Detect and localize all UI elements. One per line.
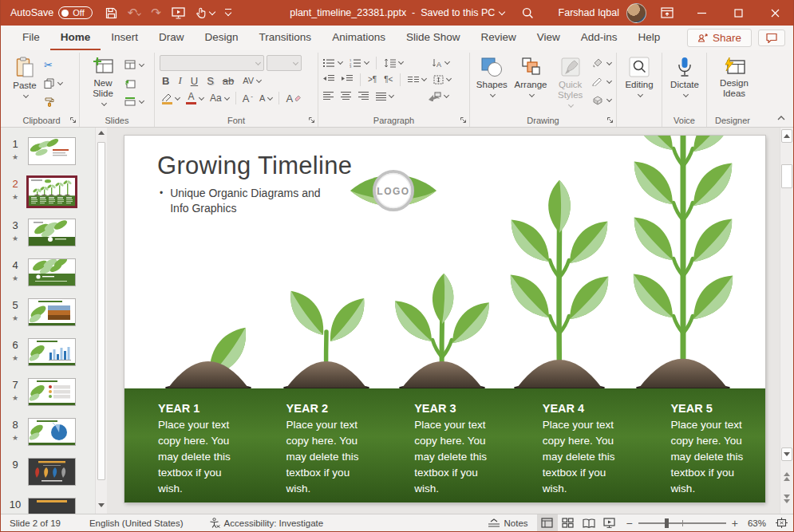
shape-outline-button[interactable] <box>591 74 611 89</box>
tab-slide-show[interactable]: Slide Show <box>396 26 471 51</box>
tab-file[interactable]: File <box>12 26 50 51</box>
start-presentation-icon[interactable] <box>172 7 185 19</box>
next-slide-button[interactable] <box>781 492 792 506</box>
zoom-out-button[interactable]: − <box>626 518 633 529</box>
touch-mode-icon[interactable] <box>196 7 215 19</box>
undo-icon[interactable]: ↶ <box>128 6 141 20</box>
strikethrough-button[interactable]: ab <box>223 75 234 87</box>
view-normal-button[interactable] <box>537 514 558 531</box>
scroll-down-button[interactable] <box>781 447 792 461</box>
change-case-button[interactable]: Aa <box>210 93 229 104</box>
clear-formatting-button[interactable]: A <box>286 93 301 104</box>
slide-thumbnail-2[interactable]: 2★ <box>6 177 107 207</box>
slide-thumbnail-7[interactable]: 7★ <box>6 378 107 406</box>
fit-to-window-button[interactable] <box>769 514 793 531</box>
search-icon[interactable] <box>512 0 544 26</box>
scroll-up-icon[interactable] <box>98 131 105 135</box>
line-spacing-button[interactable] <box>384 58 403 68</box>
tab-help[interactable]: Help <box>628 26 671 51</box>
character-spacing-button[interactable]: AV <box>243 76 261 85</box>
paste-button[interactable]: Paste <box>9 54 41 114</box>
view-reading-button[interactable] <box>579 514 599 531</box>
thumbnail-image-growing-timeline[interactable] <box>26 175 77 208</box>
stage-3[interactable]: YEAR 3Place your text copy here. You may… <box>381 388 509 502</box>
share-button[interactable]: Share <box>687 29 752 47</box>
columns-button[interactable] <box>408 76 426 84</box>
quick-styles-button[interactable]: Quick Styles <box>552 54 588 114</box>
view-slide-sorter-button[interactable] <box>558 514 579 531</box>
thumbnail-image-leaves-title[interactable] <box>28 137 76 165</box>
align-center-button[interactable] <box>341 92 351 101</box>
tab-transitions[interactable]: Transitions <box>249 26 322 51</box>
text-shadow-button[interactable]: S <box>207 75 214 87</box>
thumbnail-image-leaf-photo[interactable] <box>28 298 76 326</box>
comments-button[interactable] <box>758 30 785 46</box>
tab-view[interactable]: View <box>527 26 571 51</box>
thumbnail-image-bar-chart[interactable] <box>28 338 76 366</box>
autosave-toggle[interactable]: AutoSave Off <box>10 6 93 19</box>
increase-indent-button[interactable] <box>342 74 353 85</box>
slide-layout-button[interactable] <box>124 57 144 72</box>
slide-thumbnail-6[interactable]: 6★ <box>6 338 107 366</box>
bold-button[interactable]: B <box>162 75 169 87</box>
font-color-button[interactable]: A <box>186 92 203 104</box>
close-button[interactable] <box>756 0 793 26</box>
grow-font-button[interactable]: Aˆ <box>243 93 253 104</box>
vertical-scrollbar[interactable] <box>780 128 793 514</box>
tab-design[interactable]: Design <box>195 26 249 51</box>
stage-5[interactable]: YEAR 5Place your text copy here. You may… <box>637 388 765 502</box>
font-size-combobox[interactable] <box>267 55 302 71</box>
maximize-button[interactable] <box>720 0 756 26</box>
notes-toggle[interactable]: Notes <box>479 514 537 531</box>
slide-thumbnail-4[interactable]: 4★ <box>6 258 107 286</box>
text-direction-button[interactable]: A <box>431 58 449 68</box>
scroll-down-icon[interactable] <box>98 503 105 507</box>
ltr-direction-button[interactable]: >¶ <box>368 75 377 84</box>
new-slide-button[interactable]: New Slide <box>85 54 121 114</box>
font-dialog-launcher-icon[interactable] <box>308 116 315 125</box>
thumbnail-image-dark-leaves[interactable] <box>28 458 76 486</box>
panel-scrollbar[interactable] <box>95 128 107 514</box>
collapse-ribbon-icon[interactable] <box>777 112 785 122</box>
font-name-combobox[interactable] <box>160 55 264 71</box>
save-icon[interactable] <box>105 7 117 19</box>
saved-status[interactable]: Saved to this PC <box>421 7 495 18</box>
thumbnail-image-pie-chart[interactable] <box>28 418 76 446</box>
slide-thumbnail-9[interactable]: 9 <box>6 458 107 486</box>
tab-home[interactable]: Home <box>50 26 101 51</box>
slide-thumbnail-1[interactable]: 1★ <box>6 137 107 165</box>
stage-2[interactable]: YEAR 2Place your text copy here. You may… <box>253 388 381 502</box>
accessibility-checker[interactable]: Accessibility: Investigate <box>200 514 333 531</box>
underline-button[interactable]: U <box>191 75 198 87</box>
ribbon-display-options-icon[interactable] <box>651 0 683 26</box>
tab-add-ins[interactable]: Add-ins <box>571 26 628 51</box>
shrink-font-button[interactable]: A <box>259 93 272 103</box>
customize-toolbar-icon[interactable] <box>225 9 231 17</box>
zoom-in-button[interactable]: + <box>732 518 738 529</box>
zoom-slider[interactable] <box>638 522 726 524</box>
numbering-button[interactable]: 123 <box>350 58 369 68</box>
tab-draw[interactable]: Draw <box>148 26 195 51</box>
editing-button[interactable]: Editing <box>622 54 657 98</box>
tab-review[interactable]: Review <box>470 26 526 51</box>
drawing-dialog-launcher-icon[interactable] <box>606 116 614 125</box>
stage-4[interactable]: YEAR 4Place your text copy here. You may… <box>509 388 638 502</box>
highlight-color-button[interactable] <box>161 93 180 104</box>
shape-effects-button[interactable] <box>591 93 611 107</box>
tab-insert[interactable]: Insert <box>101 26 148 51</box>
slide-thumbnail-3[interactable]: 3★ <box>6 219 107 246</box>
slide-bullet[interactable]: •Unique Organic Diagrams and Info Graphi… <box>160 186 327 216</box>
previous-slide-button[interactable] <box>781 470 792 483</box>
slide-indicator[interactable]: Slide 2 of 19 <box>1 514 69 531</box>
panel-scroll-thumb[interactable] <box>97 142 105 480</box>
shape-fill-button[interactable] <box>591 56 611 70</box>
slide-thumbnail-10[interactable]: 10 <box>6 498 107 514</box>
justify-button[interactable] <box>376 93 393 100</box>
clipboard-dialog-launcher-icon[interactable] <box>69 116 77 125</box>
avatar[interactable] <box>626 3 646 23</box>
align-left-button[interactable] <box>323 92 334 101</box>
zoom-slider-thumb[interactable] <box>665 518 669 528</box>
rtl-direction-button[interactable]: ¶< <box>384 75 393 84</box>
thumbnail-image-dark-title[interactable] <box>28 498 76 514</box>
paragraph-dialog-launcher-icon[interactable] <box>460 116 467 125</box>
